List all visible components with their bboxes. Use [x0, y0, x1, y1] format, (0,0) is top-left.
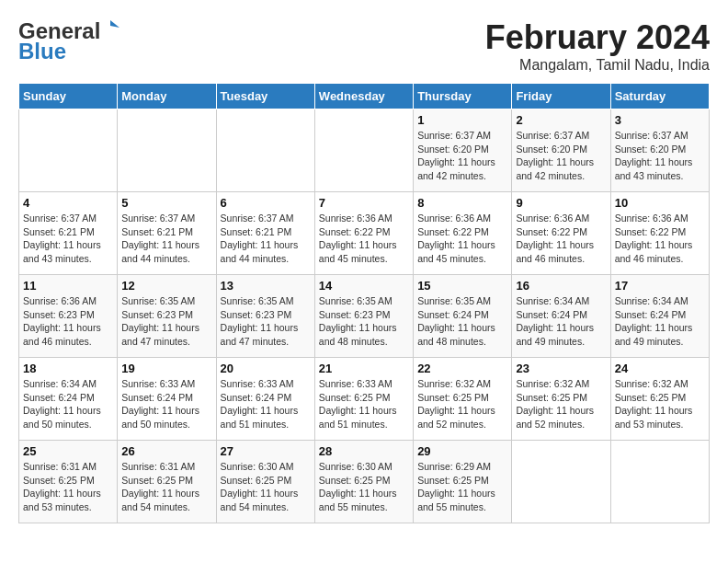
day-number: 9	[516, 196, 606, 210]
day-info: Sunrise: 6:30 AMSunset: 6:25 PMDaylight:…	[221, 460, 311, 514]
calendar-cell: 5Sunrise: 6:37 AMSunset: 6:21 PMDaylight…	[118, 192, 216, 275]
day-info: Sunrise: 6:34 AMSunset: 6:24 PMDaylight:…	[516, 294, 606, 349]
day-info: Sunrise: 6:33 AMSunset: 6:24 PMDaylight:…	[121, 377, 211, 431]
title-area: February 2024 Mangalam, Tamil Nadu, Indi…	[485, 18, 710, 74]
svg-marker-0	[110, 20, 119, 28]
day-number: 24	[615, 362, 705, 375]
day-number: 3	[615, 113, 705, 127]
day-info: Sunrise: 6:36 AMSunset: 6:22 PMDaylight:…	[615, 212, 705, 266]
calendar-cell	[19, 109, 118, 192]
day-info: Sunrise: 6:30 AMSunset: 6:25 PMDaylight:…	[319, 460, 409, 514]
location-title: Mangalam, Tamil Nadu, India	[485, 57, 710, 74]
day-info: Sunrise: 6:34 AMSunset: 6:24 PMDaylight:…	[615, 294, 705, 349]
calendar-cell: 15Sunrise: 6:35 AMSunset: 6:24 PMDayligh…	[414, 275, 512, 358]
calendar-table: SundayMondayTuesdayWednesdayThursdayFrid…	[18, 83, 710, 523]
day-number: 19	[121, 362, 211, 375]
calendar-cell: 23Sunrise: 6:32 AMSunset: 6:25 PMDayligh…	[512, 358, 610, 441]
calendar-cell: 8Sunrise: 6:36 AMSunset: 6:22 PMDaylight…	[414, 192, 512, 275]
weekday-header-monday: Monday	[118, 84, 216, 109]
day-number: 16	[516, 279, 606, 293]
day-info: Sunrise: 6:37 AMSunset: 6:21 PMDaylight:…	[221, 212, 311, 266]
day-info: Sunrise: 6:32 AMSunset: 6:25 PMDaylight:…	[417, 377, 507, 431]
header: General Blue February 2024 Mangalam, Tam…	[18, 18, 710, 74]
day-info: Sunrise: 6:34 AMSunset: 6:24 PMDaylight:…	[23, 377, 113, 431]
calendar-cell: 3Sunrise: 6:37 AMSunset: 6:20 PMDaylight…	[610, 109, 709, 192]
day-number: 18	[23, 362, 113, 375]
calendar-cell: 19Sunrise: 6:33 AMSunset: 6:24 PMDayligh…	[118, 358, 216, 441]
day-info: Sunrise: 6:33 AMSunset: 6:25 PMDaylight:…	[319, 377, 409, 431]
day-info: Sunrise: 6:36 AMSunset: 6:22 PMDaylight:…	[319, 212, 409, 266]
day-info: Sunrise: 6:37 AMSunset: 6:20 PMDaylight:…	[516, 129, 606, 183]
logo-blue: Blue	[18, 39, 66, 64]
day-info: Sunrise: 6:35 AMSunset: 6:23 PMDaylight:…	[319, 294, 409, 349]
calendar-cell: 13Sunrise: 6:35 AMSunset: 6:23 PMDayligh…	[216, 275, 314, 358]
calendar-cell: 10Sunrise: 6:36 AMSunset: 6:22 PMDayligh…	[610, 192, 709, 275]
month-title: February 2024	[485, 18, 710, 57]
calendar-cell: 24Sunrise: 6:32 AMSunset: 6:25 PMDayligh…	[610, 358, 709, 441]
day-info: Sunrise: 6:35 AMSunset: 6:24 PMDaylight:…	[417, 294, 507, 349]
day-number: 25	[23, 444, 113, 458]
weekday-header-sunday: Sunday	[19, 84, 118, 109]
calendar-cell: 9Sunrise: 6:36 AMSunset: 6:22 PMDaylight…	[512, 192, 610, 275]
calendar-cell	[512, 441, 610, 523]
calendar-cell: 2Sunrise: 6:37 AMSunset: 6:20 PMDaylight…	[512, 109, 610, 192]
day-number: 8	[417, 196, 507, 210]
day-info: Sunrise: 6:35 AMSunset: 6:23 PMDaylight:…	[121, 294, 211, 349]
day-info: Sunrise: 6:37 AMSunset: 6:21 PMDaylight:…	[121, 212, 211, 266]
calendar-cell: 11Sunrise: 6:36 AMSunset: 6:23 PMDayligh…	[19, 275, 118, 358]
day-number: 27	[221, 444, 311, 458]
calendar-cell	[216, 109, 314, 192]
day-info: Sunrise: 6:29 AMSunset: 6:25 PMDaylight:…	[417, 460, 507, 514]
day-number: 10	[615, 196, 705, 210]
day-info: Sunrise: 6:37 AMSunset: 6:21 PMDaylight:…	[23, 212, 113, 266]
day-number: 28	[319, 444, 409, 458]
calendar-cell: 26Sunrise: 6:31 AMSunset: 6:25 PMDayligh…	[118, 441, 216, 523]
day-number: 21	[319, 362, 409, 375]
calendar-cell: 22Sunrise: 6:32 AMSunset: 6:25 PMDayligh…	[414, 358, 512, 441]
logo: General Blue	[18, 18, 119, 64]
calendar-cell: 20Sunrise: 6:33 AMSunset: 6:24 PMDayligh…	[216, 358, 314, 441]
day-number: 11	[23, 279, 113, 293]
day-number: 15	[417, 279, 507, 293]
weekday-header-wednesday: Wednesday	[314, 84, 413, 109]
calendar-cell: 28Sunrise: 6:30 AMSunset: 6:25 PMDayligh…	[314, 441, 413, 523]
day-number: 22	[417, 362, 507, 375]
day-number: 26	[121, 444, 211, 458]
calendar-cell: 1Sunrise: 6:37 AMSunset: 6:20 PMDaylight…	[414, 109, 512, 192]
calendar-cell: 7Sunrise: 6:36 AMSunset: 6:22 PMDaylight…	[314, 192, 413, 275]
calendar-cell: 25Sunrise: 6:31 AMSunset: 6:25 PMDayligh…	[19, 441, 118, 523]
calendar-cell: 18Sunrise: 6:34 AMSunset: 6:24 PMDayligh…	[19, 358, 118, 441]
day-number: 2	[516, 113, 606, 127]
day-info: Sunrise: 6:33 AMSunset: 6:24 PMDaylight:…	[221, 377, 311, 431]
day-info: Sunrise: 6:35 AMSunset: 6:23 PMDaylight:…	[221, 294, 311, 349]
calendar-cell: 6Sunrise: 6:37 AMSunset: 6:21 PMDaylight…	[216, 192, 314, 275]
day-number: 14	[319, 279, 409, 293]
day-number: 4	[23, 196, 113, 210]
day-info: Sunrise: 6:36 AMSunset: 6:22 PMDaylight:…	[516, 212, 606, 266]
calendar-cell: 16Sunrise: 6:34 AMSunset: 6:24 PMDayligh…	[512, 275, 610, 358]
day-info: Sunrise: 6:31 AMSunset: 6:25 PMDaylight:…	[23, 460, 113, 514]
calendar-cell: 4Sunrise: 6:37 AMSunset: 6:21 PMDaylight…	[19, 192, 118, 275]
day-info: Sunrise: 6:36 AMSunset: 6:22 PMDaylight:…	[417, 212, 507, 266]
weekday-header-saturday: Saturday	[610, 84, 709, 109]
calendar-cell	[610, 441, 709, 523]
day-number: 29	[417, 444, 507, 458]
weekday-header-friday: Friday	[512, 84, 610, 109]
day-info: Sunrise: 6:32 AMSunset: 6:25 PMDaylight:…	[516, 377, 606, 431]
day-info: Sunrise: 6:37 AMSunset: 6:20 PMDaylight:…	[615, 129, 705, 183]
calendar-cell	[118, 109, 216, 192]
day-info: Sunrise: 6:37 AMSunset: 6:20 PMDaylight:…	[417, 129, 507, 183]
day-number: 1	[417, 113, 507, 127]
calendar-cell: 21Sunrise: 6:33 AMSunset: 6:25 PMDayligh…	[314, 358, 413, 441]
day-info: Sunrise: 6:32 AMSunset: 6:25 PMDaylight:…	[615, 377, 705, 431]
logo-bird-icon	[101, 18, 119, 37]
day-number: 6	[221, 196, 311, 210]
day-number: 17	[615, 279, 705, 293]
day-info: Sunrise: 6:31 AMSunset: 6:25 PMDaylight:…	[121, 460, 211, 514]
calendar-cell: 17Sunrise: 6:34 AMSunset: 6:24 PMDayligh…	[610, 275, 709, 358]
day-number: 12	[121, 279, 211, 293]
calendar-cell	[314, 109, 413, 192]
weekday-header-thursday: Thursday	[414, 84, 512, 109]
day-number: 23	[516, 362, 606, 375]
day-number: 20	[221, 362, 311, 375]
